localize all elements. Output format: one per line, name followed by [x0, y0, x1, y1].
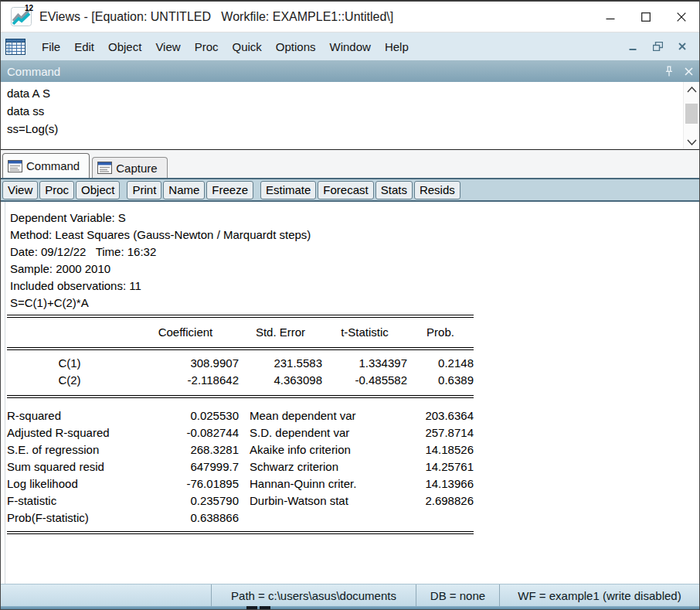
- child-restore-button[interactable]: [651, 40, 664, 53]
- stat-label: S.E. of regression: [7, 441, 154, 458]
- minimize-icon: [606, 12, 615, 22]
- stat-label: R-squared: [7, 407, 154, 424]
- coefficient-row-c2: C(2) -2.118642 4.363098 -0.485582 0.6389: [7, 372, 474, 389]
- estimation-output: Dependent Variable: S Method: Least Squa…: [1, 202, 699, 584]
- stat-label: Hannan-Quinn criter.: [250, 475, 401, 492]
- pin-button[interactable]: [664, 66, 674, 77]
- toolbar-group-print: Print Name Freeze: [127, 181, 253, 199]
- tab-capture[interactable]: Capture: [92, 157, 167, 178]
- toolbar-button-freeze[interactable]: Freeze: [206, 181, 253, 199]
- capture-window-icon: [97, 162, 112, 174]
- toolbar-button-resids[interactable]: Resids: [414, 181, 460, 199]
- eviews-app-icon[interactable]: 12: [11, 7, 32, 26]
- header-prob: Prob.: [407, 324, 474, 341]
- summary-row: Prob(F-statistic) 0.638866: [7, 509, 474, 527]
- status-wf[interactable]: WF = example1 (write disabled): [499, 584, 699, 606]
- output-dependent-variable: Dependent Variable: S: [7, 210, 699, 227]
- toolbar-button-object[interactable]: Object: [76, 181, 120, 199]
- tab-command-label: Command: [26, 159, 80, 172]
- command-input-area[interactable]: data A S data ss ss=Log(s): [1, 82, 699, 150]
- maximize-button[interactable]: [628, 2, 664, 32]
- stat-label: [250, 509, 401, 527]
- toolbar-button-estimate[interactable]: Estimate: [260, 181, 316, 199]
- command-line: data ss: [7, 102, 699, 120]
- menu-item-file[interactable]: File: [35, 37, 67, 56]
- menu-item-object[interactable]: Object: [101, 37, 148, 56]
- toolbar-button-view[interactable]: View: [2, 181, 38, 199]
- toolbar-button-stats[interactable]: Stats: [375, 181, 413, 199]
- scrollbar-thumb[interactable]: [685, 104, 698, 124]
- stat-value: 14.13966: [401, 475, 474, 492]
- stat-label: Prob(F-statistic): [7, 509, 154, 527]
- summary-row: R-squared 0.025530 Mean dependent var 20…: [7, 407, 474, 424]
- coef-prob: 0.2148: [407, 355, 474, 372]
- scroll-up-button[interactable]: [684, 82, 699, 97]
- stat-value: 268.3281: [154, 441, 239, 458]
- taskbar-peek-mark: [246, 606, 257, 609]
- menu-item-view[interactable]: View: [148, 37, 187, 56]
- scroll-down-button[interactable]: [684, 135, 699, 149]
- tab-command[interactable]: Command: [2, 153, 90, 178]
- menu-item-quick[interactable]: Quick: [225, 37, 268, 56]
- stat-value: 203.6364: [401, 407, 474, 424]
- status-db[interactable]: DB = none: [416, 584, 499, 606]
- menu-item-edit[interactable]: Edit: [67, 37, 101, 56]
- menu-item-options[interactable]: Options: [269, 37, 323, 56]
- coef-name: C(1): [7, 355, 132, 372]
- eviews-window: 12 EViews - [Equation: UNTITLED Workfile…: [0, 0, 700, 610]
- menu-item-window[interactable]: Window: [323, 37, 378, 56]
- menu-bar: File Edit Object View Proc Quick Options…: [1, 32, 699, 60]
- toolbar-group-estimate: Estimate Forecast Stats Resids: [260, 181, 460, 199]
- taskbar-peek-mark: [260, 606, 270, 609]
- header-t-statistic: t-Statistic: [322, 324, 407, 341]
- toolbar-group-view: View Proc Object: [2, 181, 120, 199]
- menu-item-help[interactable]: Help: [378, 37, 416, 56]
- command-lines: data A S data ss ss=Log(s): [1, 82, 699, 138]
- window-controls: [593, 2, 699, 32]
- status-path[interactable]: Path = c:\users\asus\documents: [211, 584, 416, 606]
- command-panel-header: Command: [1, 60, 699, 82]
- equation-toolbar: View Proc Object Print Name Freeze Estim…: [1, 178, 699, 202]
- workfile-grid-icon[interactable]: [5, 39, 25, 55]
- summary-row: Log likelihood -76.01895 Hannan-Quinn cr…: [7, 475, 474, 492]
- toolbar-button-print[interactable]: Print: [127, 181, 161, 199]
- stat-value: 14.18526: [401, 441, 474, 458]
- chevron-down-icon: [687, 139, 697, 145]
- stat-label: F-statistic: [7, 492, 154, 509]
- stat-label: Sum squared resid: [7, 458, 154, 475]
- toolbar-button-forecast[interactable]: Forecast: [318, 181, 373, 199]
- coef-value: -2.118642: [132, 372, 239, 389]
- output-method: Method: Least Squares (Gauss-Newton / Ma…: [7, 227, 699, 244]
- scrollbar-track[interactable]: [684, 97, 699, 135]
- coefficient-row-c1: C(1) 308.9907 231.5583 1.334397 0.2148: [7, 355, 474, 372]
- child-close-icon: [678, 43, 686, 50]
- table-rule: [7, 531, 474, 534]
- summary-row: F-statistic 0.235790 Durbin-Watson stat …: [7, 492, 474, 509]
- command-scrollbar[interactable]: [683, 82, 699, 149]
- command-line: ss=Log(s): [7, 120, 699, 138]
- child-close-button[interactable]: [676, 40, 688, 53]
- window-title: EViews - [Equation: UNTITLED Workfile: E…: [39, 10, 593, 24]
- coefficient-table-header-row: Coefficient Std. Error t-Statistic Prob.: [7, 318, 474, 347]
- version-badge: 12: [25, 5, 33, 12]
- coefficient-table: Coefficient Std. Error t-Statistic Prob.…: [7, 315, 474, 534]
- stat-label: Akaike info criterion: [250, 441, 401, 458]
- output-included-observations: Included observations: 11: [7, 278, 699, 295]
- pin-icon: [664, 66, 674, 77]
- child-minimize-button[interactable]: [627, 40, 639, 53]
- menu-items: File Edit Object View Proc Quick Options…: [35, 37, 627, 56]
- maximize-icon: [641, 12, 651, 22]
- command-panel-close-button[interactable]: [685, 67, 693, 76]
- status-bar: Path = c:\users\asus\documents DB = none…: [1, 584, 699, 606]
- output-equation-spec: S=C(1)+C(2)*A: [7, 295, 699, 312]
- menu-item-proc[interactable]: Proc: [188, 37, 226, 56]
- summary-row: S.E. of regression 268.3281 Akaike info …: [7, 441, 474, 458]
- stat-value: -0.082744: [154, 424, 239, 441]
- stat-value: 0.235790: [154, 492, 239, 509]
- close-button[interactable]: [664, 2, 699, 32]
- coef-name: C(2): [7, 372, 132, 389]
- minimize-button[interactable]: [593, 2, 628, 32]
- toolbar-button-proc[interactable]: Proc: [39, 181, 74, 199]
- child-minimize-icon: [629, 43, 637, 51]
- toolbar-button-name[interactable]: Name: [163, 181, 205, 199]
